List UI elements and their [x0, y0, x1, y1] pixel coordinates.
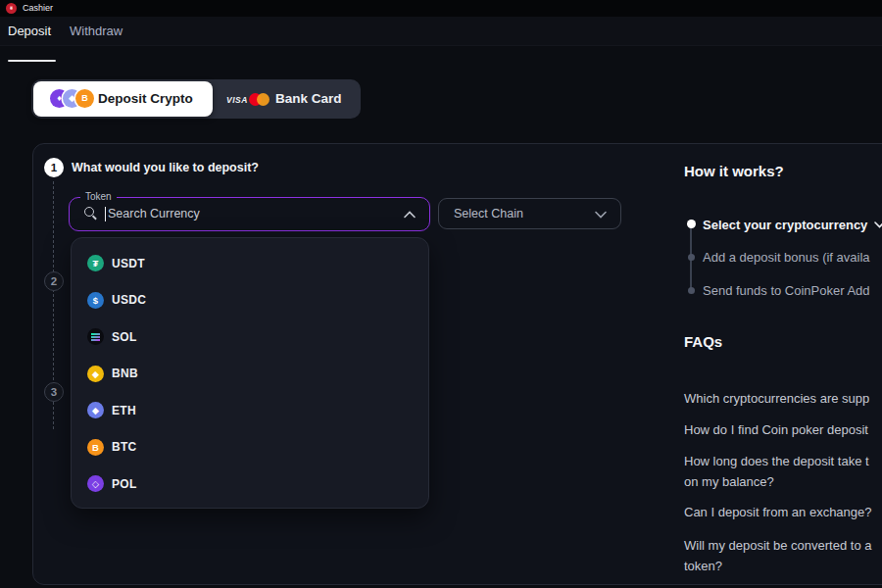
usdc-icon: $ [87, 292, 104, 309]
chevron-up-icon[interactable] [404, 211, 416, 219]
how-it-works-title: How it works? [684, 163, 784, 179]
token-option-bnb[interactable]: ◆ BNB [72, 356, 428, 393]
coinpoker-logo-icon [6, 3, 17, 14]
tab-withdraw[interactable]: Withdraw [70, 17, 122, 46]
token-dropdown: ₮ USDT $ USDC SOL ◆ BNB ◆ ETH B BTC ◇ PO… [71, 237, 429, 509]
text-cursor [105, 207, 106, 221]
deposit-crypto-label: Deposit Crypto [98, 81, 193, 117]
faq-line: Will my deposit be converted to a [684, 535, 871, 556]
token-option-pol[interactable]: ◇ POL [72, 466, 428, 503]
cashier-tabbar: Deposit Withdraw [0, 17, 882, 46]
timeline-dot [688, 287, 695, 294]
faq-question[interactable]: Which cryptocurrencies are supp [684, 388, 869, 409]
token-option-label: SOL [112, 330, 137, 344]
step-1-question: What would you like to deposit? [72, 161, 259, 174]
solana-bars-glyph [91, 333, 100, 341]
chevron-down-icon [874, 217, 882, 231]
how-it-works-step-3: Send funds to CoinPoker Add [703, 283, 870, 298]
faq-question[interactable]: Will my deposit be converted to a token? [684, 535, 871, 576]
btc-icon: B [87, 439, 104, 456]
active-tab-underline [8, 60, 56, 62]
step-2-badge: 2 [44, 271, 64, 291]
sol-icon [87, 328, 104, 345]
pol-icon: ◇ [87, 475, 104, 492]
token-option-label: BNB [112, 367, 138, 380]
bank-card-label: Bank Card [275, 79, 342, 119]
how-it-works-step-1[interactable]: Select your cryptocurrency [703, 217, 882, 232]
bank-card-toggle[interactable]: VISA Bank Card [214, 79, 361, 119]
mastercard-orange-circle [257, 93, 270, 106]
faq-line: on my balance? [684, 471, 869, 492]
token-option-label: ETH [112, 404, 136, 417]
token-option-btc[interactable]: B BTC [72, 429, 428, 466]
chain-select[interactable]: Select Chain [438, 198, 621, 229]
faq-question[interactable]: How do I find Coin poker deposit [684, 419, 868, 440]
how-it-works-step-2: Add a deposit bonus (if availa [703, 250, 870, 265]
faq-line: token? [684, 556, 871, 576]
faq-question[interactable]: How long does the deposit take t on my b… [684, 451, 869, 492]
titlebar: Cashier [0, 0, 882, 17]
faq-line: Can I deposit from an exchange? [684, 502, 872, 522]
token-search-field[interactable]: Token Search Currency [69, 197, 430, 231]
chevron-down-icon [595, 211, 607, 219]
chain-select-placeholder: Select Chain [454, 199, 523, 228]
tab-deposit[interactable]: Deposit [8, 17, 51, 46]
visa-icon: VISA [226, 95, 248, 105]
cashier-window: Cashier Deposit Withdraw ♦ ◆ B Deposit C… [0, 0, 882, 588]
token-option-label: USDT [112, 257, 145, 270]
step-1-badge: 1 [44, 158, 64, 177]
token-option-usdc[interactable]: $ USDC [72, 282, 428, 319]
token-option-label: POL [112, 477, 137, 491]
token-option-label: BTC [112, 440, 137, 454]
faq-line: Which cryptocurrencies are supp [684, 388, 869, 409]
token-option-eth[interactable]: ◆ ETH [72, 392, 428, 429]
token-option-usdt[interactable]: ₮ USDT [72, 245, 428, 282]
timeline-dot [688, 254, 695, 261]
payment-method-toggle: ♦ ◆ B Deposit Crypto VISA Bank Card [31, 79, 361, 119]
faq-line: How long does the deposit take t [684, 451, 869, 471]
bnb-icon: ◆ [87, 366, 104, 382]
window-title: Cashier [23, 0, 53, 17]
token-search-placeholder: Search Currency [108, 198, 200, 230]
faq-question[interactable]: Can I deposit from an exchange? [684, 502, 872, 522]
how-it-works-step-1-label: Select your cryptocurrency [703, 218, 867, 232]
usdt-icon: ₮ [87, 255, 104, 271]
faq-line: How do I find Coin poker deposit [684, 419, 868, 440]
faqs-title: FAQs [684, 333, 722, 350]
search-icon [84, 207, 94, 217]
step-3-badge: 3 [44, 382, 64, 402]
token-option-label: USDC [112, 293, 146, 307]
eth-icon: ◆ [87, 402, 104, 418]
token-option-sol[interactable]: SOL [72, 318, 428, 356]
timeline-dot-active [687, 220, 696, 228]
btc-coin-icon: B [75, 89, 94, 108]
mastercard-icon [249, 93, 270, 106]
deposit-crypto-toggle[interactable]: ♦ ◆ B Deposit Crypto [33, 81, 213, 117]
